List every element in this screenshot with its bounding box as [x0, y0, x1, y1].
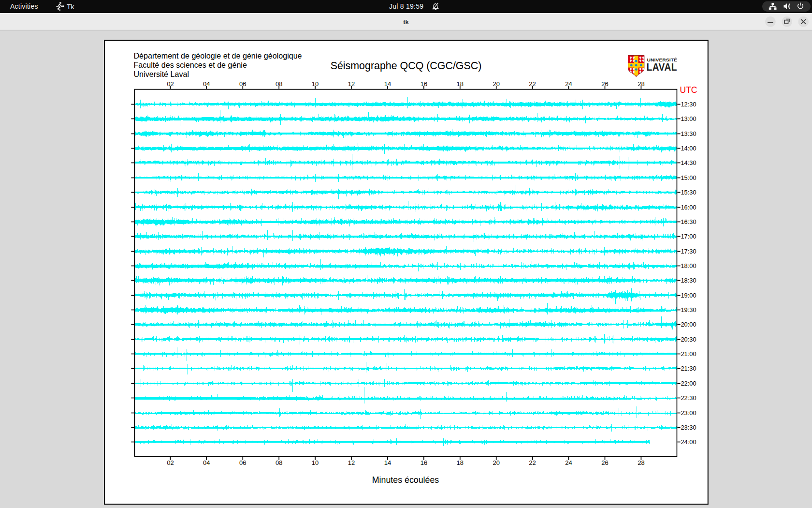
svg-text:19:00: 19:00 [681, 292, 696, 299]
svg-text:21:00: 21:00 [681, 350, 696, 358]
svg-text:16:00: 16:00 [681, 204, 696, 211]
svg-text:18: 18 [457, 459, 464, 466]
svg-text:06: 06 [239, 459, 246, 466]
svg-text:UTC: UTC [680, 85, 697, 95]
svg-text:Activities: Activities [10, 2, 38, 10]
svg-text:20:30: 20:30 [681, 336, 696, 343]
svg-text:Séismographe QCQ (CGC/GSC): Séismographe QCQ (CGC/GSC) [331, 60, 482, 72]
svg-text:Département de géologie et de: Département de géologie et de génie géol… [134, 51, 302, 60]
svg-text:17:30: 17:30 [681, 248, 696, 255]
svg-text:24: 24 [565, 459, 572, 466]
svg-text:02: 02 [167, 459, 174, 466]
svg-text:20: 20 [493, 459, 499, 466]
svg-text:17:00: 17:00 [681, 233, 696, 240]
svg-text:23:30: 23:30 [681, 424, 696, 431]
svg-text:Minutes écoulées: Minutes écoulées [372, 475, 439, 485]
svg-text:28: 28 [638, 459, 644, 466]
svg-text:Jul 8 19:59: Jul 8 19:59 [389, 2, 423, 10]
svg-text:04: 04 [203, 459, 210, 466]
svg-text:18:30: 18:30 [681, 277, 696, 284]
svg-text:Université Laval: Université Laval [134, 70, 189, 78]
svg-text:22:00: 22:00 [681, 380, 696, 387]
svg-text:23:00: 23:00 [681, 409, 696, 417]
svg-text:15:30: 15:30 [681, 189, 696, 196]
svg-text:22: 22 [529, 459, 536, 466]
svg-text:16:30: 16:30 [681, 218, 696, 225]
svg-text:Faculté des sciences et de gén: Faculté des sciences et de génie [134, 60, 247, 69]
svg-text:12: 12 [348, 459, 355, 466]
svg-text:10: 10 [312, 459, 319, 466]
svg-text:24:00: 24:00 [681, 438, 696, 446]
svg-text:14:00: 14:00 [681, 145, 696, 152]
svg-text:22:30: 22:30 [681, 394, 696, 402]
svg-text:20:00: 20:00 [681, 321, 696, 328]
svg-text:Tk: Tk [67, 3, 75, 11]
svg-text:12:30: 12:30 [681, 101, 696, 108]
svg-text:19:30: 19:30 [681, 306, 696, 314]
svg-text:08: 08 [276, 459, 282, 466]
svg-text:tk: tk [403, 18, 409, 26]
svg-text:15:00: 15:00 [681, 174, 696, 181]
svg-text:LAVAL: LAVAL [647, 61, 678, 73]
svg-text:14: 14 [384, 459, 391, 466]
svg-text:18:00: 18:00 [681, 262, 696, 269]
svg-text:13:00: 13:00 [681, 115, 696, 122]
svg-text:16: 16 [420, 459, 427, 466]
svg-text:13:30: 13:30 [681, 130, 696, 137]
svg-text:14:30: 14:30 [681, 159, 696, 166]
svg-text:21:30: 21:30 [681, 365, 696, 372]
svg-text:26: 26 [601, 459, 608, 466]
